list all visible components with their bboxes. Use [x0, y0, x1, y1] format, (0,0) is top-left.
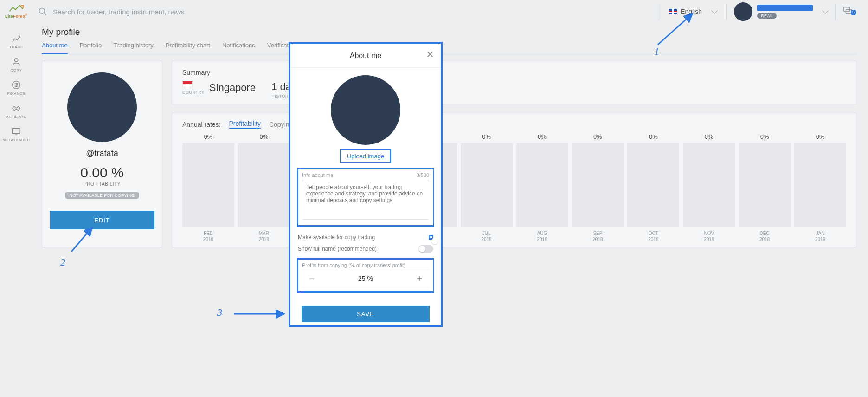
avatar — [734, 2, 752, 21]
search-wrap — [38, 7, 659, 16]
save-button[interactable]: SAVE — [302, 306, 430, 322]
nav-trade[interactable]: TRADE — [0, 30, 32, 53]
bar-pct: 0% — [760, 133, 769, 140]
nav-copy[interactable]: COPY — [0, 53, 32, 76]
flag-singapore-icon — [182, 81, 193, 87]
summary-country-label: COUNTRY — [182, 90, 205, 95]
bar-pct: 0% — [593, 133, 602, 140]
svg-rect-2 — [13, 129, 20, 134]
bar-label: FEB2018 — [203, 230, 213, 242]
user-name-redacted — [757, 5, 813, 11]
upload-image-link[interactable]: Upload image — [347, 153, 384, 160]
annual-rates-card: Annual rates: Profitability Copying 0% F… — [172, 113, 857, 247]
logo-text-1: Lite — [5, 14, 13, 19]
user-info: REAL — [757, 5, 813, 19]
chevron-down-icon — [711, 7, 718, 14]
info-textarea[interactable] — [302, 180, 429, 220]
chart-icon — [11, 33, 22, 44]
bar-label: SEP2018 — [592, 230, 603, 242]
page-title: My profile — [42, 27, 857, 37]
copy-availability-badge: NOT AVAILABLE FOR COPYING — [65, 192, 138, 199]
tab-notifications[interactable]: Notifications — [222, 40, 255, 54]
show-name-toggle[interactable] — [418, 245, 433, 253]
language-selector[interactable]: English — [659, 0, 726, 23]
logo[interactable]: LiteForex® — [3, 4, 29, 20]
bar-column: 0% NOV2018 — [683, 133, 735, 242]
summary-country-value: Singapore — [209, 82, 256, 94]
profile-tabs: About me Portfolio Trading history Profi… — [42, 40, 857, 54]
rates-tab-profitability[interactable]: Profitability — [229, 120, 261, 129]
nav-affiliate[interactable]: AFFILIATE — [0, 99, 32, 123]
bar-box — [627, 143, 679, 227]
info-about-me-highlight: Info about me 0/500 — [297, 168, 434, 227]
bar-box — [516, 143, 568, 227]
language-label: English — [681, 8, 702, 15]
copy-trading-toggle-row: Make available for copy trading — [297, 234, 434, 241]
bar-column: 0% SEP2018 — [572, 133, 624, 242]
bar-column: 0% JAN2019 — [794, 133, 846, 242]
person-icon — [11, 57, 22, 67]
annotation-number-2: 2 — [60, 256, 65, 268]
user-menu[interactable]: REAL — [727, 2, 835, 21]
bar-box — [794, 143, 846, 227]
modal-header: About me — [290, 44, 441, 68]
copy-trading-toggle-highlight — [429, 235, 433, 240]
nav-finance[interactable]: FINANCE — [0, 76, 32, 99]
nav-affiliate-label: AFFILIATE — [6, 115, 26, 119]
tab-profitability-chart[interactable]: Profitability chart — [166, 40, 210, 54]
bar-pct: 0% — [482, 133, 491, 140]
info-label: Info about me — [302, 172, 333, 178]
svg-point-3 — [39, 8, 45, 14]
bar-column: 0% DEC2018 — [739, 133, 791, 242]
edit-button[interactable]: EDIT — [50, 211, 154, 229]
rates-bar-chart: 0% FEB20180% MAR20180% APR20180% MAY2018… — [182, 133, 846, 242]
bar-column: 0% OCT2018 — [627, 133, 679, 242]
nav-metatrader[interactable]: METATRADER — [0, 123, 32, 146]
close-icon — [426, 50, 434, 59]
upload-image-highlight: Upload image — [340, 149, 391, 163]
search-icon — [38, 7, 47, 16]
bar-box — [683, 143, 735, 227]
rates-label: Annual rates: — [182, 121, 221, 128]
chevron-down-icon — [822, 7, 829, 14]
summary-title: Summary — [182, 69, 846, 76]
bar-label: AUG2018 — [537, 230, 547, 242]
profits-minus-button[interactable]: − — [302, 273, 321, 284]
modal-title: About me — [350, 52, 381, 60]
bar-label: NOV2018 — [704, 230, 714, 242]
bar-label: JAN2019 — [815, 230, 825, 242]
profits-stepper: − 25 % + — [302, 271, 429, 286]
bar-pct: 0% — [816, 133, 825, 140]
bar-label: MAR2018 — [259, 230, 269, 242]
bar-column: 0% FEB2018 — [182, 133, 234, 242]
tab-trading-history[interactable]: Trading history — [114, 40, 154, 54]
annotation-arrow-3 — [232, 309, 288, 319]
logo-text-2: Forex — [13, 14, 25, 19]
screen-icon — [11, 126, 22, 137]
top-bar: English REAL 5 — [32, 0, 868, 23]
close-button[interactable] — [426, 50, 434, 60]
page-content: My profile About me Portfolio Trading hi… — [42, 27, 857, 247]
bar-box — [572, 143, 624, 227]
avatar-large — [67, 72, 137, 142]
profitability-label: PROFITABILITY — [84, 182, 121, 187]
profitability-value: 0.00 % — [80, 165, 123, 181]
profits-highlight: Profits from copying (% of copy traders'… — [297, 258, 434, 293]
dollar-icon — [11, 80, 22, 90]
info-char-count: 0/500 — [416, 172, 429, 178]
search-input[interactable] — [53, 8, 285, 16]
profits-plus-button[interactable]: + — [410, 273, 429, 284]
bar-pct: 0% — [649, 133, 658, 140]
bar-pct: 0% — [259, 133, 268, 140]
svg-point-0 — [14, 59, 18, 62]
tab-portfolio[interactable]: Portfolio — [80, 40, 102, 54]
profile-handle: @tratata — [86, 149, 118, 158]
annotation-number-3: 3 — [217, 306, 222, 319]
bar-pct: 0% — [705, 133, 714, 140]
about-me-modal: About me Upload image Info about me 0/50… — [289, 42, 443, 327]
bar-column: 0% AUG2018 — [516, 133, 568, 242]
copy-trading-toggle-label: Make available for copy trading — [298, 234, 375, 241]
tab-about-me[interactable]: About me — [42, 40, 68, 54]
bar-pct: 0% — [538, 133, 547, 140]
notifications-button[interactable]: 5 — [836, 6, 860, 18]
